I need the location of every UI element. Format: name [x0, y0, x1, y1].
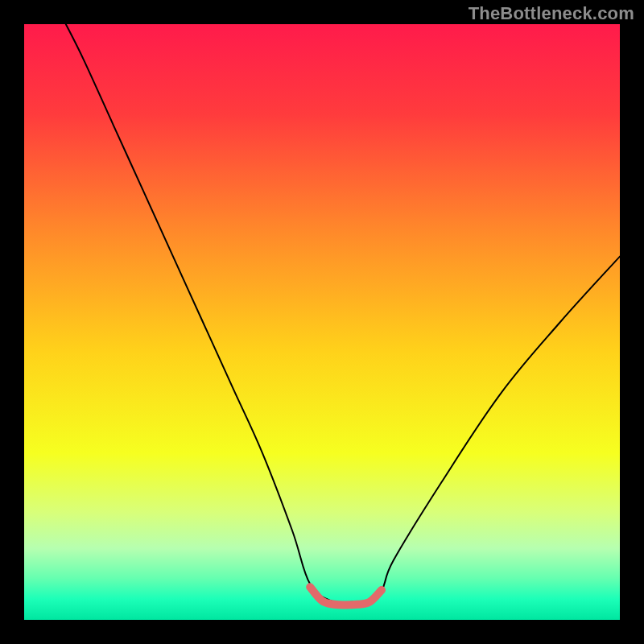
chart-frame: TheBottleneck.com: [0, 0, 644, 644]
curve-layer: [24, 24, 620, 620]
watermark-text: TheBottleneck.com: [469, 3, 634, 24]
optimal-band: [310, 587, 382, 605]
bottleneck-curve: [66, 24, 620, 604]
plot-area: [24, 24, 620, 620]
